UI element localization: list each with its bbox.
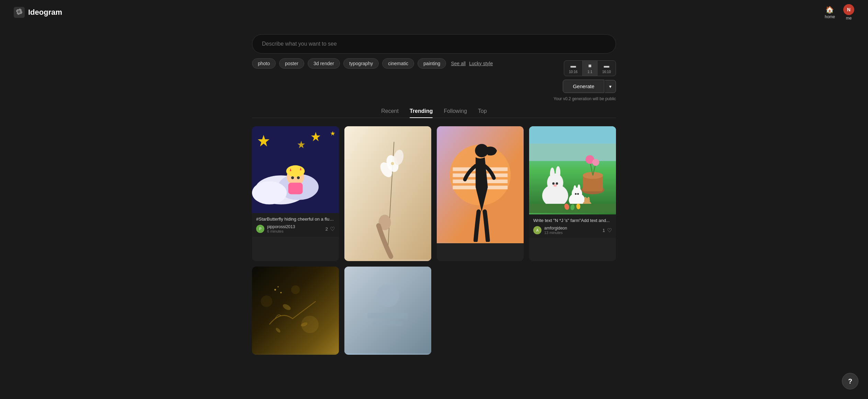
svg-point-51: [575, 193, 576, 195]
tab-following[interactable]: Following: [444, 108, 467, 118]
aspect-label-1-1: 1:1: [587, 70, 592, 74]
svg-point-44: [552, 183, 555, 185]
nav-me[interactable]: N me: [843, 4, 854, 21]
svg-point-56: [587, 197, 590, 201]
svg-point-50: [578, 185, 580, 193]
filter-chip-cinematic[interactable]: cinematic: [382, 58, 414, 69]
aspect-ratio-group: ▬ 10:16 ■ 1:1 ▬ 16:10: [564, 60, 616, 76]
svg-point-72: [376, 284, 399, 307]
svg-rect-32: [529, 144, 616, 161]
gallery-item-rabbits[interactable]: Write text "N *J 's" farm"Add text and..…: [529, 126, 616, 261]
svg-point-10: [286, 165, 305, 177]
gallery-item-silhouette[interactable]: [437, 126, 524, 261]
user-name-pipporossi: pipporossi2013: [267, 224, 295, 229]
gallery-item-star-butterfly[interactable]: ★ #StarButterfly hiding cheerful on a fl…: [252, 126, 339, 261]
item-desc-rabbits: Write text "N *J 's" farm"Add text and..…: [533, 218, 612, 223]
nav-home[interactable]: 🏠 home: [825, 5, 835, 19]
aspect-icon-1-1: ■: [588, 63, 592, 69]
heart-icon-star-butterfly[interactable]: ♡: [330, 226, 335, 232]
filter-chip-photo[interactable]: photo: [252, 58, 276, 69]
logo-icon: [14, 7, 25, 18]
like-count-rabbits: 1: [603, 228, 605, 233]
gallery-image-gold: [252, 267, 339, 355]
user-time-star-butterfly: 6 minutes: [267, 229, 295, 233]
item-info-rabbits: Write text "N *J 's" farm"Add text and..…: [529, 214, 616, 238]
gallery-image-placeholder: [344, 267, 431, 355]
tab-recent[interactable]: Recent: [381, 108, 399, 118]
svg-point-55: [584, 197, 587, 201]
svg-point-43: [556, 166, 560, 179]
gallery-image-orchid: [344, 126, 431, 261]
filter-chip-3d-render[interactable]: 3d render: [308, 58, 340, 69]
user-name-amforgideon: amforgideon: [544, 226, 567, 231]
svg-point-64: [280, 292, 282, 293]
svg-point-46: [553, 185, 557, 187]
tab-trending[interactable]: Trending: [410, 108, 433, 118]
item-desc-star-butterfly: #StarButterfly hiding cheerful on a fluf…: [256, 216, 335, 222]
svg-point-67: [291, 285, 300, 294]
help-icon: ?: [848, 377, 852, 385]
tab-top[interactable]: Top: [478, 108, 487, 118]
aspect-icon-10-16: ▬: [571, 63, 576, 69]
user-details-rabbits: amforgideon 13 minutes: [544, 226, 567, 235]
gallery-image-rabbits: [529, 126, 616, 214]
nav-me-label: me: [846, 16, 852, 21]
filter-chip-poster[interactable]: poster: [279, 58, 304, 69]
lucky-style-link[interactable]: Lucky style: [469, 61, 493, 66]
like-area-rabbits: 1 ♡: [603, 227, 612, 234]
svg-point-11: [291, 176, 294, 179]
avatar[interactable]: N: [843, 4, 854, 15]
svg-point-12: [297, 176, 300, 179]
svg-rect-9: [288, 183, 302, 194]
public-note: Your v0.2 generation will be public: [553, 96, 616, 101]
svg-point-35: [583, 172, 603, 179]
help-button[interactable]: ?: [842, 373, 858, 389]
item-footer-rabbits: A amforgideon 13 minutes 1 ♡: [533, 226, 612, 235]
heart-icon-rabbits[interactable]: ♡: [607, 227, 612, 234]
svg-point-39: [592, 159, 599, 166]
user-avatar-pipporossi: P: [256, 225, 264, 233]
like-count-star-butterfly: 2: [326, 226, 328, 232]
generate-dropdown-button[interactable]: ▾: [605, 80, 616, 93]
gallery-item-placeholder[interactable]: [344, 267, 431, 355]
user-time-rabbits: 13 minutes: [544, 231, 567, 235]
nav-home-label: home: [825, 14, 835, 19]
tabs: Recent Trending Following Top: [252, 108, 616, 118]
svg-rect-61: [252, 267, 339, 353]
logo-area[interactable]: Ideogram: [14, 7, 62, 18]
svg-rect-74: [373, 321, 402, 326]
aspect-btn-16-10[interactable]: ▬ 16:10: [597, 61, 616, 76]
home-icon: 🏠: [825, 5, 834, 14]
svg-point-7: [252, 181, 287, 204]
svg-point-49: [573, 185, 576, 193]
svg-point-21: [391, 162, 394, 165]
see-all-link[interactable]: See all: [451, 61, 466, 66]
user-details-star-butterfly: pipporossi2013 6 minutes: [267, 224, 295, 233]
svg-point-41: [547, 173, 563, 192]
gallery-item-orchid[interactable]: [344, 126, 431, 261]
gallery-image-star-butterfly: ★: [252, 126, 339, 213]
svg-rect-71: [344, 267, 431, 353]
gallery-item-gold[interactable]: [252, 267, 339, 355]
user-avatar-amforgideon: A: [533, 226, 541, 234]
svg-point-65: [261, 296, 272, 307]
filter-chip-painting[interactable]: painting: [418, 58, 446, 69]
filter-chip-typography[interactable]: typography: [343, 58, 379, 69]
generate-row: Generate ▾: [563, 80, 616, 93]
nav-area: 🏠 home N me: [825, 4, 854, 21]
svg-point-62: [274, 289, 276, 291]
svg-point-63: [277, 286, 278, 287]
svg-point-45: [556, 183, 558, 185]
item-footer-star-butterfly: P pipporossi2013 6 minutes 2 ♡: [256, 224, 335, 233]
aspect-btn-10-16[interactable]: ▬ 10:16: [564, 61, 583, 76]
aspect-btn-1-1[interactable]: ■ 1:1: [583, 61, 597, 76]
item-user-rabbits: A amforgideon 13 minutes: [533, 226, 567, 235]
aspect-label-10-16: 10:16: [569, 70, 578, 74]
like-area-star-butterfly: 2 ♡: [326, 226, 335, 232]
generate-button[interactable]: Generate: [563, 80, 604, 93]
aspect-icon-16-10: ▬: [604, 63, 609, 69]
search-input[interactable]: [252, 34, 616, 54]
gallery: ★ #StarButterfly hiding cheerful on a fl…: [252, 126, 616, 355]
svg-rect-73: [367, 313, 408, 319]
gallery-image-silhouette: [437, 126, 524, 243]
